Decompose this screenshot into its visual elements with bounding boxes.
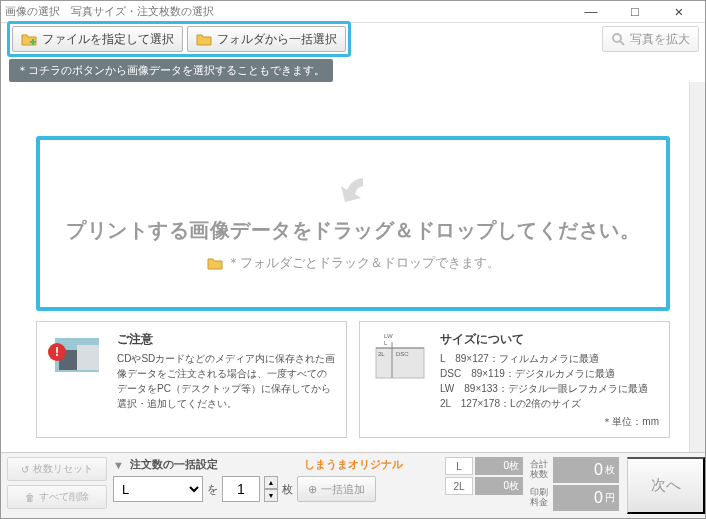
size-row: 2L 127×178：Lの2倍のサイズ xyxy=(440,396,659,411)
zoom-label: 写真を拡大 xyxy=(630,31,690,48)
svg-text:DSC: DSC xyxy=(396,351,409,357)
drop-sub-text: ＊フォルダごとドラック＆ドロップできます。 xyxy=(227,254,500,272)
reset-count-button[interactable]: ↺ 枚数リセット xyxy=(7,457,107,481)
folder-icon xyxy=(207,256,223,270)
count-row-l: L 0枚 xyxy=(445,457,523,475)
folder-plus-icon xyxy=(21,32,37,46)
size-select[interactable]: L xyxy=(113,476,203,502)
plus-icon: ⊕ xyxy=(308,483,317,496)
close-button[interactable]: × xyxy=(657,1,701,23)
svg-text:LW: LW xyxy=(384,333,393,339)
tip-text: ＊コチラのボタンから画像データを選択することもできます。 xyxy=(9,59,333,82)
info-row: ! ご注意 CDやSDカードなどのメディア内に保存された画像データをご注文される… xyxy=(36,321,670,438)
svg-text:L: L xyxy=(384,340,388,346)
magnifier-icon xyxy=(611,32,625,46)
svg-line-1 xyxy=(620,41,624,45)
qty-up-button[interactable]: ▲ xyxy=(264,476,278,489)
drop-main-text: プリントする画像データをドラッグ＆ドロップしてください。 xyxy=(66,217,640,244)
qty-down-button[interactable]: ▼ xyxy=(264,489,278,502)
tip-strip: ＊コチラのボタンから画像データを選択することもできます。 xyxy=(9,59,697,82)
main-area: プリントする画像データをドラッグ＆ドロップしてください。 ＊フォルダごとドラック… xyxy=(1,82,705,452)
next-button[interactable]: 次へ xyxy=(627,457,705,514)
window-title: 画像の選択 写真サイズ・注文枚数の選択 xyxy=(5,4,569,19)
size-title: サイズについて xyxy=(440,330,659,348)
zoom-button[interactable]: 写真を拡大 xyxy=(602,26,699,52)
delete-all-button[interactable]: 🗑 すべて削除 xyxy=(7,485,107,509)
folder-icon xyxy=(196,32,212,46)
select-file-button[interactable]: ファイルを指定して選択 xyxy=(12,26,183,52)
drop-sub: ＊フォルダごとドラック＆ドロップできます。 xyxy=(207,254,500,272)
titlebar: 画像の選択 写真サイズ・注文枚数の選択 — □ × xyxy=(1,1,705,23)
bulk-settings: ▼ 注文数の一括設定 しまうまオリジナル L を ▲ ▼ 枚 ⊕ 一括追加 xyxy=(113,457,403,514)
caution-box: ! ご注意 CDやSDカードなどのメディア内に保存された画像データをご注文される… xyxy=(36,321,347,438)
triangle-icon: ▼ xyxy=(113,459,124,471)
select-folder-button[interactable]: フォルダから一括選択 xyxy=(187,26,346,52)
size-diagram: LW L 2L DSC xyxy=(370,330,430,380)
counts-panel: L 0枚 2L 0枚 合計 枚数 0枚 印刷 料金 0円 xyxy=(445,457,619,514)
reset-icon: ↺ xyxy=(21,464,29,475)
bulk-add-button[interactable]: ⊕ 一括追加 xyxy=(297,476,376,502)
select-buttons-highlight: ファイルを指定して選択 フォルダから一括選択 xyxy=(7,21,351,57)
sum-count-row: 合計 枚数 0枚 xyxy=(525,457,619,483)
size-row: LW 89×133：デジタル一眼レフカメラに最適 xyxy=(440,381,659,396)
svg-text:2L: 2L xyxy=(378,351,385,357)
select-folder-label: フォルダから一括選択 xyxy=(217,31,337,48)
brand-label: しまうまオリジナル xyxy=(304,457,403,472)
maximize-button[interactable]: □ xyxy=(613,1,657,23)
toolbar: ファイルを指定して選択 フォルダから一括選択 写真を拡大 xyxy=(1,23,705,55)
size-unit-note: ＊単位：mm xyxy=(440,414,659,429)
vertical-scrollbar[interactable] xyxy=(689,82,705,452)
size-row: DSC 89×119：デジタルカメラに最適 xyxy=(440,366,659,381)
svg-text:!: ! xyxy=(55,345,59,359)
drop-zone[interactable]: プリントする画像データをドラッグ＆ドロップしてください。 ＊フォルダごとドラック… xyxy=(36,136,670,311)
size-box: LW L 2L DSC サイズについて L 89×127：フィルムカメラに最適 … xyxy=(359,321,670,438)
caution-thumb: ! xyxy=(47,330,107,380)
svg-point-0 xyxy=(613,34,621,42)
bottom-bar: ↺ 枚数リセット 🗑 すべて削除 ▼ 注文数の一括設定 しまうまオリジナル L … xyxy=(1,452,705,518)
caution-body: CDやSDカードなどのメディア内に保存された画像データをご注文される場合は、一度… xyxy=(117,351,336,411)
select-file-label: ファイルを指定して選択 xyxy=(42,31,174,48)
size-row: L 89×127：フィルムカメラに最適 xyxy=(440,351,659,366)
quantity-input[interactable] xyxy=(222,476,260,502)
caution-title: ご注意 xyxy=(117,330,336,348)
trash-icon: 🗑 xyxy=(25,492,35,503)
svg-rect-4 xyxy=(77,345,99,370)
count-row-2l: 2L 0枚 xyxy=(445,477,523,495)
drop-arrow-icon xyxy=(333,176,373,217)
print-fee-row: 印刷 料金 0円 xyxy=(525,485,619,511)
minimize-button[interactable]: — xyxy=(569,1,613,23)
size-table: L 89×127：フィルムカメラに最適 DSC 89×119：デジタルカメラに最… xyxy=(440,351,659,411)
quantity-stepper[interactable]: ▲ ▼ xyxy=(264,476,278,502)
bulk-title: 注文数の一括設定 xyxy=(130,457,218,472)
